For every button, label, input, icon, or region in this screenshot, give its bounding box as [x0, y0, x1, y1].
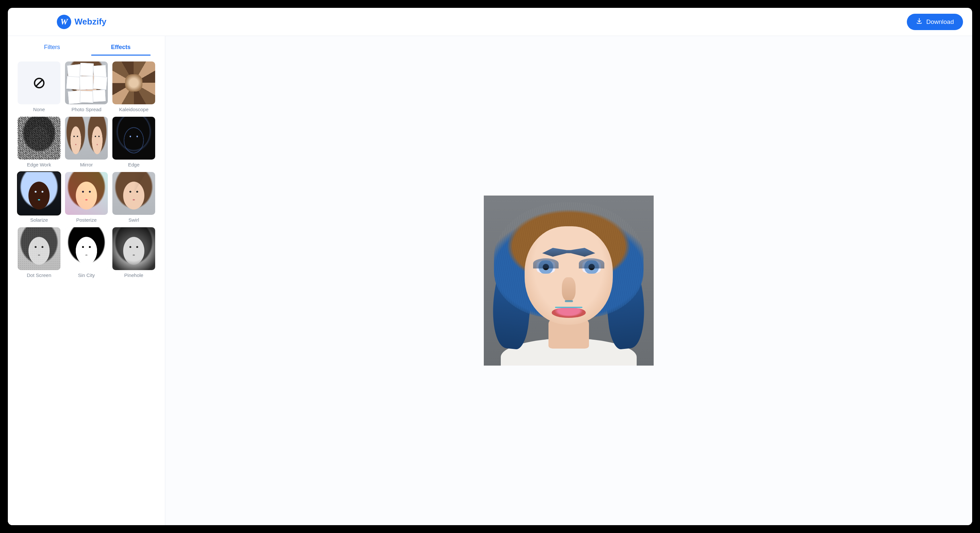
effect-sin-city[interactable]: Sin City — [65, 227, 108, 279]
effect-posterize-label: Posterize — [76, 217, 97, 223]
none-icon — [18, 61, 60, 104]
effect-sin-city-label: Sin City — [78, 272, 95, 278]
effect-photo-spread[interactable]: Photo Spread — [65, 61, 108, 113]
svg-line-1 — [36, 80, 43, 86]
app-window: W Webzify Download Filters Effects — [8, 8, 972, 525]
effect-dot-screen[interactable]: Dot Screen — [18, 227, 60, 279]
effect-pinehole[interactable]: Pinehole — [112, 227, 155, 279]
effect-edge-thumb — [112, 117, 155, 160]
brand-name: Webzify — [75, 17, 107, 27]
effect-kaleidoscope[interactable]: Kaleidoscope — [112, 61, 155, 113]
effect-dot-screen-label: Dot Screen — [27, 272, 51, 278]
effect-mirror-thumb — [65, 117, 108, 160]
preview-image[interactable] — [484, 196, 654, 365]
canvas-area — [165, 36, 972, 525]
effect-swirl[interactable]: Swirl — [112, 172, 155, 224]
tab-filters[interactable]: Filters — [18, 38, 87, 55]
body: Filters Effects None — [8, 36, 972, 525]
tabs: Filters Effects — [8, 36, 165, 56]
effect-solarize[interactable]: Solarize — [18, 172, 60, 224]
effect-dot-screen-thumb — [18, 227, 60, 270]
effect-edge-work-thumb — [18, 117, 60, 160]
effect-edge[interactable]: Edge — [112, 117, 155, 169]
effect-none[interactable]: None — [18, 61, 60, 113]
tab-filters-label: Filters — [44, 44, 60, 50]
effect-solarize-label: Solarize — [30, 217, 48, 223]
effect-none-label: None — [33, 107, 45, 112]
effect-edge-label: Edge — [128, 162, 140, 168]
tab-effects[interactable]: Effects — [87, 38, 156, 55]
effect-kaleidoscope-label: Kaleidoscope — [119, 107, 148, 112]
brand[interactable]: W Webzify — [57, 15, 107, 29]
download-label: Download — [926, 18, 954, 26]
brand-logo-letter: W — [60, 17, 68, 27]
effect-kaleidoscope-thumb — [112, 61, 155, 104]
effects-grid[interactable]: None — [8, 56, 165, 525]
effect-swirl-thumb — [112, 172, 155, 215]
download-button[interactable]: Download — [907, 14, 963, 30]
brand-logo: W — [57, 15, 71, 29]
effect-solarize-thumb — [18, 172, 60, 215]
effect-posterize[interactable]: Posterize — [65, 172, 108, 224]
effect-edge-work[interactable]: Edge Work — [18, 117, 60, 169]
effect-mirror-label: Mirror — [80, 162, 93, 168]
header: W Webzify Download — [8, 8, 972, 36]
effect-posterize-thumb — [65, 172, 108, 215]
effect-edge-work-label: Edge Work — [27, 162, 51, 168]
download-icon — [916, 18, 923, 26]
effect-mirror[interactable]: Mirror — [65, 117, 108, 169]
effect-swirl-label: Swirl — [128, 217, 139, 223]
effect-photo-spread-label: Photo Spread — [72, 107, 102, 112]
effect-none-thumb — [18, 61, 60, 104]
effect-pinehole-thumb — [112, 227, 155, 270]
effect-photo-spread-thumb — [65, 61, 108, 104]
effect-pinehole-label: Pinehole — [124, 272, 143, 278]
tab-effects-label: Effects — [111, 44, 130, 50]
sidebar: Filters Effects None — [8, 36, 165, 525]
effect-sin-city-thumb — [65, 227, 108, 270]
